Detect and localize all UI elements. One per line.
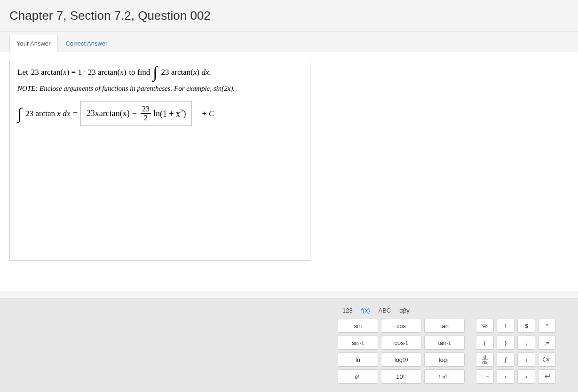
input-fraction: 23 2: [141, 105, 151, 122]
question-box: Let 23 arctan(x) = 1 · 23 arctan(x) to f…: [9, 59, 310, 261]
question-prompt: Let 23 arctan(x) = 1 · 23 arctan(x) to f…: [17, 68, 302, 77]
key-degree[interactable]: °: [538, 319, 556, 333]
answer-input[interactable]: 23xarctan(x) − 23 2 ln (1 + x2): [80, 101, 192, 126]
key-integral[interactable]: ∫: [497, 353, 515, 367]
frac-num: 23: [141, 105, 151, 114]
answer-line: ∫ 23 arctan x dx = 23xarctan(x) − 23 2 l…: [17, 101, 302, 126]
key-acos[interactable]: cos-1: [381, 336, 421, 350]
backspace-icon: [543, 357, 551, 362]
key-log10[interactable]: log10: [381, 353, 421, 367]
input-arg: (1 + x2): [160, 108, 186, 119]
question-note: NOTE: Enclose arguments of functions in …: [17, 85, 302, 93]
prompt-mid: to find: [129, 68, 150, 77]
key-nroot[interactable]: √: [424, 369, 465, 384]
key-brace-close[interactable]: }: [497, 336, 515, 350]
tab-your-answer[interactable]: Your Answer: [9, 35, 58, 52]
key-enter[interactable]: [538, 369, 556, 384]
enter-icon: [543, 374, 551, 379]
key-exp-e[interactable]: e: [338, 369, 378, 384]
key-tan[interactable]: tan: [424, 319, 465, 333]
prompt-eq: 23 arctan(x) = 1 · 23 arctan(x): [31, 68, 127, 77]
kbd-tab-abc[interactable]: ABC: [378, 307, 391, 314]
key-percent[interactable]: %: [476, 319, 494, 333]
equals: =: [73, 109, 78, 118]
key-semicolon[interactable]: ;: [517, 336, 535, 350]
answer-lhs: 23 arctan x dx: [25, 109, 70, 118]
plus-c: + C: [201, 109, 214, 118]
input-ln: ln: [153, 109, 160, 118]
kbd-row: sin cos tan % ! $ °: [338, 319, 568, 333]
key-asin[interactable]: sin-1: [338, 336, 378, 350]
input-term1: 23xarctan(x): [87, 109, 130, 118]
key-atan[interactable]: tan-1: [424, 336, 465, 350]
key-subscript[interactable]: [476, 369, 494, 384]
tabs: Your Answer Correct Answer: [9, 32, 578, 52]
key-exp-10[interactable]: 10: [381, 369, 421, 384]
prompt-text: Let: [17, 68, 28, 77]
input-minus: −: [132, 109, 137, 118]
kbd-tab-greek[interactable]: αβγ: [399, 307, 410, 314]
prompt-integrand: 23 arctan(x) dx.: [161, 68, 211, 77]
frac-den: 2: [143, 114, 149, 122]
key-ddx[interactable]: ddx: [476, 353, 494, 367]
integral-icon: ∫: [17, 109, 22, 118]
key-backspace[interactable]: [538, 353, 556, 367]
content-pane: Let 23 arctan(x) = 1 · 23 arctan(x) to f…: [0, 52, 578, 291]
key-right[interactable]: ›: [517, 369, 535, 384]
kbd-row: ln log10 log ddx ∫ i: [338, 353, 568, 367]
key-i[interactable]: i: [517, 353, 535, 367]
kbd-row: e 10 √ ‹ ›: [338, 369, 568, 384]
math-keyboard: 123 f(x) ABC αβγ sin cos tan % ! $ °: [0, 298, 578, 392]
integral-icon: ∫: [153, 68, 157, 77]
key-ln[interactable]: ln: [338, 353, 378, 367]
tab-correct-answer[interactable]: Correct Answer: [59, 35, 115, 52]
keyboard-tabs: 123 f(x) ABC αβγ: [338, 305, 568, 319]
key-assign[interactable]: :=: [538, 336, 556, 350]
key-cos[interactable]: cos: [381, 319, 421, 333]
key-dollar[interactable]: $: [517, 319, 535, 333]
key-left[interactable]: ‹: [497, 369, 515, 384]
kbd-row: sin-1 cos-1 tan-1 { } ; :=: [338, 336, 568, 350]
kbd-tab-fx[interactable]: f(x): [361, 307, 370, 314]
key-brace-open[interactable]: {: [476, 336, 494, 350]
key-factorial[interactable]: !: [497, 319, 515, 333]
kbd-tab-123[interactable]: 123: [342, 307, 353, 314]
page-title: Chapter 7, Section 7.2, Question 002: [0, 0, 578, 32]
key-sin[interactable]: sin: [338, 319, 378, 333]
key-logn[interactable]: log: [424, 353, 465, 367]
